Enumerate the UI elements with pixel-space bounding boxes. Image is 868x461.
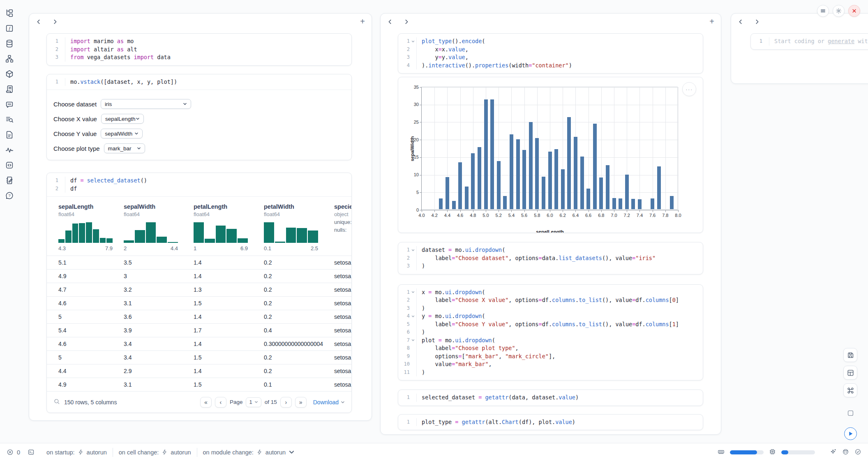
table-row[interactable]: 4.73.21.30.2setosa: [47, 283, 351, 296]
table-row[interactable]: 4.63.11.50.2setosa: [47, 296, 351, 310]
table-row[interactable]: 53.41.50.2setosa: [47, 350, 351, 364]
scratchpad-icon[interactable]: [5, 175, 14, 185]
file-tree-icon[interactable]: [5, 8, 14, 18]
table-row[interactable]: 53.61.40.2setosa: [47, 310, 351, 323]
last-page-button[interactable]: »: [295, 397, 307, 408]
column-header-species[interactable]: speciesobjectunique:nulls:: [334, 203, 352, 251]
page-select[interactable]: 1: [246, 397, 261, 407]
code-editor-dataset[interactable]: 1dataset = mo.ui.dropdown(2 label="Choos…: [398, 242, 703, 274]
add-cell-button[interactable]: +: [360, 17, 365, 26]
chart-bar: [503, 196, 507, 209]
column-header-petalWidth[interactable]: petalWidthfloat640.12.5: [264, 203, 334, 251]
search-icon[interactable]: [53, 398, 60, 406]
table-body: 5.13.51.40.2setosa4.931.40.2setosa4.73.2…: [47, 256, 351, 391]
table-row[interactable]: 4.93.11.50.1setosa: [47, 378, 351, 391]
chart-menu-button[interactable]: ···: [682, 82, 696, 96]
packages-icon[interactable]: [5, 69, 14, 78]
code-line: 1dataset = mo.ui.dropdown(: [398, 246, 703, 254]
page-label: Page: [230, 399, 243, 405]
snippets-icon[interactable]: [5, 160, 14, 170]
first-page-button[interactable]: «: [200, 397, 212, 408]
x-axis-title: sepalLength: [422, 229, 678, 233]
table-row[interactable]: 4.63.41.40.30000000000000004setosa: [47, 337, 351, 350]
table-row[interactable]: 4.42.91.40.2setosa: [47, 364, 351, 378]
column-next-button[interactable]: [754, 19, 760, 25]
outline-search-icon[interactable]: [5, 115, 14, 124]
code-editor-imports[interactable]: 1import marimo as mo2import altair as al…: [47, 34, 351, 65]
generate-link[interactable]: generate: [828, 38, 854, 44]
column-next-button[interactable]: [404, 19, 409, 25]
column-header-sepalWidth[interactable]: sepalWidthfloat6424.4: [124, 203, 194, 251]
documentation-icon[interactable]: [5, 130, 14, 139]
terminal-button[interactable]: [28, 449, 35, 456]
fold-chevron-icon[interactable]: [410, 288, 416, 297]
dependency-graph-icon[interactable]: [5, 54, 14, 63]
column-prev-button[interactable]: [36, 19, 42, 25]
column-prev-button[interactable]: [738, 19, 743, 25]
column-prev-button[interactable]: [387, 19, 393, 25]
functions-icon[interactable]: f: [5, 23, 14, 33]
code-editor-plottype[interactable]: 1plot_type = getattr(alt.Chart(df), plot…: [398, 415, 703, 430]
fold-chevron-icon[interactable]: [410, 37, 416, 46]
table-row[interactable]: 4.931.40.2setosa: [47, 269, 351, 283]
dropdown-choose-plot-type[interactable]: mark_bar: [104, 143, 145, 153]
code-editor-plot[interactable]: 1plot_type().encode(2 x=x.value,3 y=y.va…: [398, 34, 703, 73]
logs-icon[interactable]: [5, 84, 14, 94]
next-page-button[interactable]: ›: [280, 397, 292, 408]
empty-code-editor[interactable]: 1 Start coding or generate with: [751, 34, 868, 49]
error-indicator[interactable]: 0: [7, 449, 20, 456]
page-count-label: of 15: [265, 399, 277, 405]
layout-button[interactable]: [843, 366, 857, 380]
dropdown-choose-x-value[interactable]: sepalLength: [101, 114, 144, 124]
run-config-2[interactable]: on module change:autorun: [203, 449, 295, 456]
save-button[interactable]: [843, 348, 857, 362]
fold-chevron-icon[interactable]: [410, 246, 416, 254]
code-editor-xyplot[interactable]: 1x = mo.ui.dropdown(2 label="Choose X va…: [398, 285, 703, 380]
download-button[interactable]: Download: [313, 399, 345, 406]
control-row: Choose datasetiris: [53, 99, 345, 109]
shutdown-close-button[interactable]: [848, 5, 860, 17]
column-header-sepalLength[interactable]: sepalLengthfloat644.37.9: [58, 203, 124, 251]
add-cell-button[interactable]: +: [709, 17, 714, 26]
code-line: 7plot = mo.ui.dropdown(: [398, 337, 703, 345]
chart-bar: [593, 124, 597, 209]
table-row[interactable]: 5.43.91.70.4setosa: [47, 323, 351, 337]
datasources-icon[interactable]: [5, 39, 14, 48]
settings-gear-button[interactable]: [833, 5, 845, 17]
code-editor-selected[interactable]: 1selected_dataset = getattr(data, datase…: [398, 390, 703, 406]
column-header-petalLength[interactable]: petalLengthfloat6416.9: [194, 203, 264, 251]
run-config-1[interactable]: on cell change:autorun: [119, 449, 191, 456]
dropdown-choose-dataset[interactable]: iris: [101, 99, 191, 109]
dropdown-choose-y-value[interactable]: sepalWidth: [101, 129, 143, 138]
code-line: 4).interactive().properties(width="conta…: [398, 62, 703, 70]
column-next-button[interactable]: [52, 19, 58, 25]
fold-chevron-icon[interactable]: [410, 337, 416, 345]
code-line: 1import marimo as mo: [47, 37, 351, 46]
menu-button[interactable]: [817, 5, 829, 17]
chart-bar: [478, 147, 481, 209]
ai-sparkles-button[interactable]: [830, 448, 837, 456]
connection-status-icon[interactable]: [854, 448, 861, 456]
ai-chat-icon[interactable]: [5, 99, 14, 109]
code-editor-vstack[interactable]: 1mo.vstack([dataset, x, y, plot]): [47, 74, 351, 90]
notebook-column-1: + 1import marimo as mo2import altair as …: [29, 13, 372, 421]
copilot-button[interactable]: [842, 448, 849, 456]
minimal-mode-button[interactable]: [843, 406, 857, 420]
bar-chart-plot[interactable]: sepalWidth sepalLength 4.04.24.44.64.85.…: [421, 87, 678, 210]
ram-usage-meter: [730, 450, 764, 454]
control-label: Choose Y value: [53, 130, 97, 137]
chart-bar: [516, 139, 520, 209]
notebook-column-2: + 1plot_type().encode(2 x=x.value,3 y=y.…: [380, 13, 721, 435]
table-row[interactable]: 5.13.51.40.2setosa: [47, 256, 351, 269]
help-icon[interactable]: ?: [5, 191, 14, 200]
chart-bar: [452, 201, 456, 209]
code-editor-dataframe[interactable]: 1df = selected_dataset()2df: [47, 173, 351, 197]
code-line: 4y = mo.ui.dropdown(: [398, 312, 703, 320]
run-all-button[interactable]: [844, 427, 857, 440]
run-config-0[interactable]: on startup:autorun: [46, 449, 107, 456]
prev-page-button[interactable]: ‹: [215, 397, 226, 408]
fold-chevron-icon[interactable]: [410, 312, 416, 320]
floating-actions: [843, 348, 857, 440]
command-palette-button[interactable]: [843, 383, 857, 397]
tracing-icon[interactable]: [5, 145, 14, 154]
